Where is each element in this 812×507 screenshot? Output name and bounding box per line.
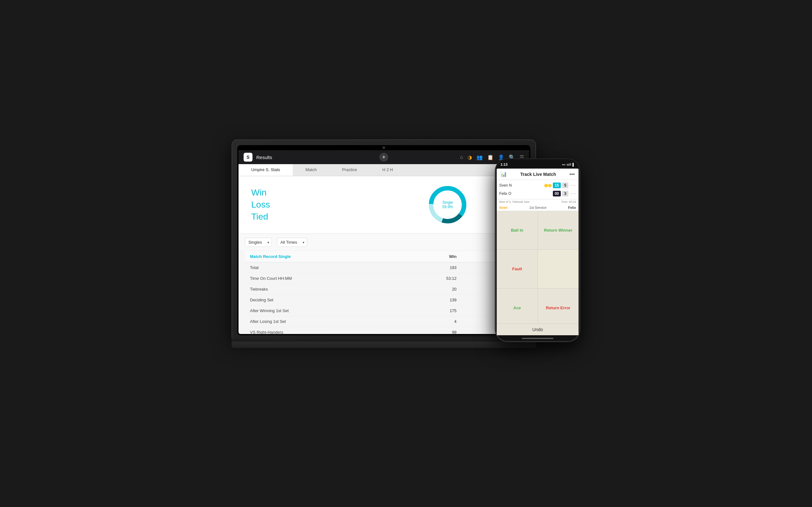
phone: 1:13 ▪▪▪ wifi ▌ 📊 Track Live Match ••• S…	[495, 158, 580, 342]
player1-set1: 15	[553, 182, 561, 188]
table-row: Deciding Set 139 57	[245, 295, 523, 305]
table-body: Total 193 92 Time On Court HH:MM 53:12 5…	[245, 262, 523, 334]
row-win: 193	[401, 262, 462, 273]
row-win: 99	[401, 327, 462, 334]
battery-icon: ▌	[572, 163, 575, 166]
time-filter[interactable]: All Times	[277, 238, 307, 247]
app-title: Results	[256, 155, 272, 160]
laptop-bezel: S Results + ⌂ ◑ 👥 📋 👤 🔍 ☰	[237, 145, 530, 335]
table-row: After Losing 1st Set 4 79	[245, 316, 523, 327]
row-win: 139	[401, 295, 462, 305]
ace-button[interactable]: Ace	[497, 289, 538, 327]
home-icon[interactable]: ⌂	[460, 154, 463, 160]
summary-labels: Win Loss Tied	[251, 187, 270, 222]
people-icon[interactable]: 👥	[476, 154, 483, 160]
row-label: VS Right-Handers	[245, 327, 401, 334]
player1-name: Sven N	[499, 183, 543, 187]
phone-screen: 📊 Track Live Match ••• Sven N 🟡🟡 15 5 Fe…	[497, 169, 578, 335]
laptop-outer: S Results + ⌂ ◑ 👥 📋 👤 🔍 ☰	[232, 139, 536, 338]
document-icon[interactable]: 📋	[487, 154, 494, 160]
phone-scores: Sven N 🟡🟡 15 5 Felix O 00 3	[497, 180, 578, 199]
signal-icon: ▪▪▪	[562, 163, 565, 166]
app-logo: S	[244, 153, 252, 162]
type-filter-wrapper: Singles	[245, 238, 272, 247]
donut-chart: Single 59.9%	[425, 182, 470, 227]
table-row: VS Right-Handers 99 47	[245, 327, 523, 334]
stats-table-container: Match Record Single Win Loss Total 193 9…	[239, 251, 529, 334]
tab-umpire-stats[interactable]: Umpire S. Stats	[239, 164, 293, 176]
match-time: Time: 00:24	[561, 200, 576, 204]
time-filter-wrapper: All Times	[277, 238, 307, 247]
type-filter[interactable]: Singles	[245, 238, 272, 247]
row-win: 20	[401, 284, 462, 295]
home-bar	[522, 338, 554, 339]
summary-section: Win Loss Tied	[239, 176, 529, 233]
empty-button	[538, 250, 579, 288]
player1-game: 5	[562, 182, 568, 188]
scene: S Results + ⌂ ◑ 👥 📋 👤 🔍 ☰	[232, 139, 580, 368]
left-player-label: Sven	[499, 206, 507, 210]
row-label: After Winning 1st Set	[245, 305, 401, 316]
match-format: Best of 3; Tiebreak Sets	[499, 200, 530, 204]
player2-name: Felix O	[499, 191, 550, 196]
fault-button[interactable]: Fault	[497, 250, 538, 288]
more-icon[interactable]: •••	[569, 171, 575, 177]
filter-row: Singles All Times	[239, 233, 529, 251]
score-row-felix: Felix O 00 3	[499, 189, 576, 198]
home-indicator	[496, 335, 580, 342]
table-row: Tiebreaks 20 11	[245, 284, 523, 295]
add-button[interactable]: +	[379, 153, 388, 162]
chart-icon[interactable]: ◑	[467, 154, 472, 160]
row-win: 53:12	[401, 273, 462, 284]
row-label: Time On Court HH:MM	[245, 273, 401, 284]
phone-status-icons: ▪▪▪ wifi ▌	[562, 163, 575, 166]
row-win: 175	[401, 305, 462, 316]
row-label: After Losing 1st Set	[245, 316, 401, 327]
tab-match[interactable]: Match	[293, 164, 329, 176]
player2-set1: 00	[553, 191, 561, 196]
player1-game2	[570, 185, 576, 186]
tied-label: Tied	[251, 212, 270, 222]
tab-h2h[interactable]: H 2 H	[369, 164, 405, 176]
row-label: Tiebreaks	[245, 284, 401, 295]
return-error-button[interactable]: Return Error	[538, 289, 579, 327]
laptop-base	[232, 342, 536, 348]
row-label: Deciding Set	[245, 295, 401, 305]
table-row: Total 193 92	[245, 262, 523, 273]
service-label: 1st Service	[529, 206, 546, 210]
laptop-screen: S Results + ⌂ ◑ 👥 📋 👤 🔍 ☰	[239, 150, 529, 334]
phone-notch: 1:13 ▪▪▪ wifi ▌	[496, 159, 580, 169]
player-labels: Sven 1st Service Felix	[497, 205, 578, 211]
donut-label: Single 59.9%	[442, 200, 453, 209]
score-row-sven: Sven N 🟡🟡 15 5	[499, 181, 576, 189]
wifi-icon: wifi	[566, 163, 571, 166]
player2-game: 3	[562, 191, 568, 196]
table-row: After Winning 1st Set 175 7	[245, 305, 523, 316]
col-header-win: Win	[401, 251, 462, 262]
win-label: Win	[251, 187, 270, 198]
stats-table: Match Record Single Win Loss Total 193 9…	[245, 251, 523, 334]
right-player-label: Felix	[568, 206, 576, 210]
match-info: Best of 3; Tiebreak Sets Time: 00:24	[497, 199, 578, 205]
phone-title: Track Live Match	[507, 172, 569, 177]
laptop-hinge	[232, 338, 536, 342]
phone-time: 1:13	[501, 163, 507, 166]
ball-in-button[interactable]: Ball In	[497, 211, 538, 249]
row-win: 4	[401, 316, 462, 327]
app-titlebar: S Results + ⌂ ◑ 👥 📋 👤 🔍 ☰	[239, 150, 529, 164]
player1-badges: 🟡🟡	[544, 184, 552, 187]
player2-game2	[570, 193, 576, 194]
undo-bar[interactable]: Undo	[497, 324, 578, 335]
loss-label: Loss	[251, 200, 270, 210]
stats-icon[interactable]: 📊	[501, 171, 507, 177]
return-winner-button[interactable]: Return Winner	[538, 211, 579, 249]
tab-practice[interactable]: Practice	[329, 164, 369, 176]
tabs: Umpire S. Stats Match Practice H 2 H	[239, 164, 529, 176]
phone-app-header: 📊 Track Live Match •••	[497, 169, 578, 180]
phone-court: Ball In Return Winner Fault Ace Return E…	[497, 211, 578, 327]
laptop: S Results + ⌂ ◑ 👥 📋 👤 🔍 ☰	[232, 139, 536, 355]
table-row: Time On Court HH:MM 53:12 52:55	[245, 273, 523, 284]
table-header-row: Match Record Single Win Loss	[245, 251, 523, 262]
col-header-label: Match Record Single	[245, 251, 401, 262]
row-label: Total	[245, 262, 401, 273]
